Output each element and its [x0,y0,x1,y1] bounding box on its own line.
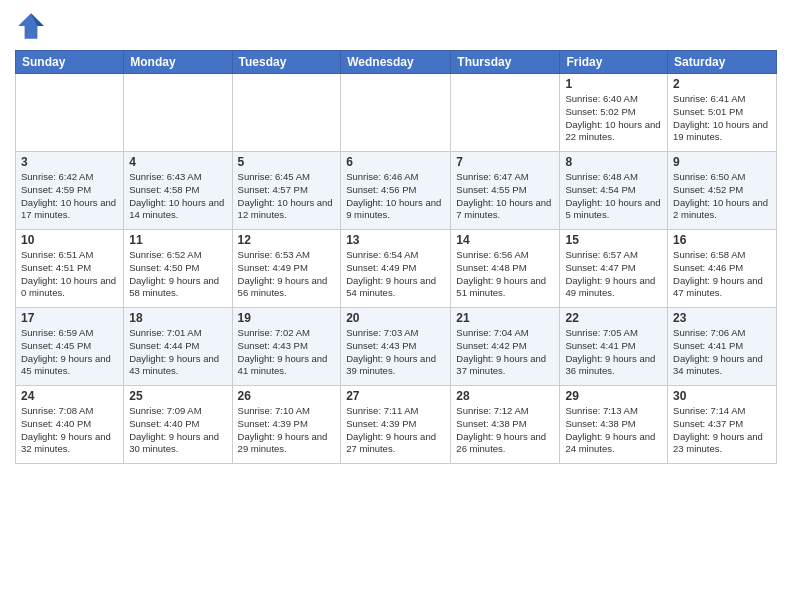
day-info: Sunrise: 6:46 AMSunset: 4:56 PMDaylight:… [346,171,445,222]
day-number: 6 [346,155,445,169]
logo [15,10,51,42]
calendar-header-row: SundayMondayTuesdayWednesdayThursdayFrid… [16,51,777,74]
calendar-week-row: 1Sunrise: 6:40 AMSunset: 5:02 PMDaylight… [16,74,777,152]
day-number: 4 [129,155,226,169]
day-number: 14 [456,233,554,247]
day-info: Sunrise: 7:14 AMSunset: 4:37 PMDaylight:… [673,405,771,456]
day-info: Sunrise: 7:10 AMSunset: 4:39 PMDaylight:… [238,405,336,456]
day-info: Sunrise: 6:43 AMSunset: 4:58 PMDaylight:… [129,171,226,222]
calendar-cell: 2Sunrise: 6:41 AMSunset: 5:01 PMDaylight… [668,74,777,152]
calendar-week-row: 17Sunrise: 6:59 AMSunset: 4:45 PMDayligh… [16,308,777,386]
calendar-cell: 1Sunrise: 6:40 AMSunset: 5:02 PMDaylight… [560,74,668,152]
day-number: 5 [238,155,336,169]
day-info: Sunrise: 7:06 AMSunset: 4:41 PMDaylight:… [673,327,771,378]
day-number: 20 [346,311,445,325]
calendar-cell: 20Sunrise: 7:03 AMSunset: 4:43 PMDayligh… [341,308,451,386]
day-number: 1 [565,77,662,91]
day-info: Sunrise: 6:47 AMSunset: 4:55 PMDaylight:… [456,171,554,222]
calendar-cell: 29Sunrise: 7:13 AMSunset: 4:38 PMDayligh… [560,386,668,464]
calendar-cell: 12Sunrise: 6:53 AMSunset: 4:49 PMDayligh… [232,230,341,308]
day-number: 18 [129,311,226,325]
calendar-cell: 7Sunrise: 6:47 AMSunset: 4:55 PMDaylight… [451,152,560,230]
calendar-cell [16,74,124,152]
day-number: 21 [456,311,554,325]
day-number: 29 [565,389,662,403]
calendar-cell [341,74,451,152]
day-number: 16 [673,233,771,247]
day-info: Sunrise: 6:41 AMSunset: 5:01 PMDaylight:… [673,93,771,144]
day-info: Sunrise: 7:08 AMSunset: 4:40 PMDaylight:… [21,405,118,456]
calendar-col-header: Sunday [16,51,124,74]
header [15,10,777,42]
day-info: Sunrise: 7:13 AMSunset: 4:38 PMDaylight:… [565,405,662,456]
day-number: 13 [346,233,445,247]
day-number: 19 [238,311,336,325]
day-number: 23 [673,311,771,325]
calendar-cell: 17Sunrise: 6:59 AMSunset: 4:45 PMDayligh… [16,308,124,386]
day-info: Sunrise: 7:12 AMSunset: 4:38 PMDaylight:… [456,405,554,456]
calendar-cell: 5Sunrise: 6:45 AMSunset: 4:57 PMDaylight… [232,152,341,230]
day-info: Sunrise: 6:54 AMSunset: 4:49 PMDaylight:… [346,249,445,300]
day-number: 17 [21,311,118,325]
day-info: Sunrise: 6:56 AMSunset: 4:48 PMDaylight:… [456,249,554,300]
calendar-cell: 6Sunrise: 6:46 AMSunset: 4:56 PMDaylight… [341,152,451,230]
calendar-cell: 19Sunrise: 7:02 AMSunset: 4:43 PMDayligh… [232,308,341,386]
day-info: Sunrise: 6:59 AMSunset: 4:45 PMDaylight:… [21,327,118,378]
calendar-cell: 13Sunrise: 6:54 AMSunset: 4:49 PMDayligh… [341,230,451,308]
calendar-col-header: Friday [560,51,668,74]
calendar-week-row: 10Sunrise: 6:51 AMSunset: 4:51 PMDayligh… [16,230,777,308]
day-info: Sunrise: 6:40 AMSunset: 5:02 PMDaylight:… [565,93,662,144]
calendar-cell: 3Sunrise: 6:42 AMSunset: 4:59 PMDaylight… [16,152,124,230]
calendar-cell: 21Sunrise: 7:04 AMSunset: 4:42 PMDayligh… [451,308,560,386]
calendar-col-header: Saturday [668,51,777,74]
day-info: Sunrise: 6:45 AMSunset: 4:57 PMDaylight:… [238,171,336,222]
calendar-cell: 16Sunrise: 6:58 AMSunset: 4:46 PMDayligh… [668,230,777,308]
logo-icon [15,10,47,42]
calendar-cell: 10Sunrise: 6:51 AMSunset: 4:51 PMDayligh… [16,230,124,308]
calendar-cell: 15Sunrise: 6:57 AMSunset: 4:47 PMDayligh… [560,230,668,308]
calendar-week-row: 3Sunrise: 6:42 AMSunset: 4:59 PMDaylight… [16,152,777,230]
day-info: Sunrise: 7:01 AMSunset: 4:44 PMDaylight:… [129,327,226,378]
day-info: Sunrise: 6:52 AMSunset: 4:50 PMDaylight:… [129,249,226,300]
calendar-cell: 24Sunrise: 7:08 AMSunset: 4:40 PMDayligh… [16,386,124,464]
calendar-cell: 26Sunrise: 7:10 AMSunset: 4:39 PMDayligh… [232,386,341,464]
day-number: 8 [565,155,662,169]
calendar-cell [232,74,341,152]
day-number: 28 [456,389,554,403]
calendar-cell: 23Sunrise: 7:06 AMSunset: 4:41 PMDayligh… [668,308,777,386]
day-info: Sunrise: 6:57 AMSunset: 4:47 PMDaylight:… [565,249,662,300]
day-number: 12 [238,233,336,247]
day-number: 10 [21,233,118,247]
calendar-col-header: Monday [124,51,232,74]
day-number: 7 [456,155,554,169]
day-number: 2 [673,77,771,91]
calendar-cell: 28Sunrise: 7:12 AMSunset: 4:38 PMDayligh… [451,386,560,464]
day-number: 26 [238,389,336,403]
day-number: 3 [21,155,118,169]
day-number: 27 [346,389,445,403]
calendar-cell [451,74,560,152]
day-info: Sunrise: 7:03 AMSunset: 4:43 PMDaylight:… [346,327,445,378]
day-info: Sunrise: 6:42 AMSunset: 4:59 PMDaylight:… [21,171,118,222]
calendar-cell: 22Sunrise: 7:05 AMSunset: 4:41 PMDayligh… [560,308,668,386]
calendar-cell: 30Sunrise: 7:14 AMSunset: 4:37 PMDayligh… [668,386,777,464]
day-info: Sunrise: 7:04 AMSunset: 4:42 PMDaylight:… [456,327,554,378]
calendar-col-header: Thursday [451,51,560,74]
day-info: Sunrise: 7:09 AMSunset: 4:40 PMDaylight:… [129,405,226,456]
page: SundayMondayTuesdayWednesdayThursdayFrid… [0,0,792,612]
calendar-cell [124,74,232,152]
day-info: Sunrise: 6:58 AMSunset: 4:46 PMDaylight:… [673,249,771,300]
day-info: Sunrise: 7:11 AMSunset: 4:39 PMDaylight:… [346,405,445,456]
day-number: 9 [673,155,771,169]
day-info: Sunrise: 6:53 AMSunset: 4:49 PMDaylight:… [238,249,336,300]
calendar-col-header: Wednesday [341,51,451,74]
calendar: SundayMondayTuesdayWednesdayThursdayFrid… [15,50,777,464]
calendar-cell: 11Sunrise: 6:52 AMSunset: 4:50 PMDayligh… [124,230,232,308]
calendar-cell: 18Sunrise: 7:01 AMSunset: 4:44 PMDayligh… [124,308,232,386]
calendar-cell: 25Sunrise: 7:09 AMSunset: 4:40 PMDayligh… [124,386,232,464]
calendar-cell: 14Sunrise: 6:56 AMSunset: 4:48 PMDayligh… [451,230,560,308]
day-number: 15 [565,233,662,247]
day-number: 24 [21,389,118,403]
day-info: Sunrise: 6:50 AMSunset: 4:52 PMDaylight:… [673,171,771,222]
day-number: 11 [129,233,226,247]
